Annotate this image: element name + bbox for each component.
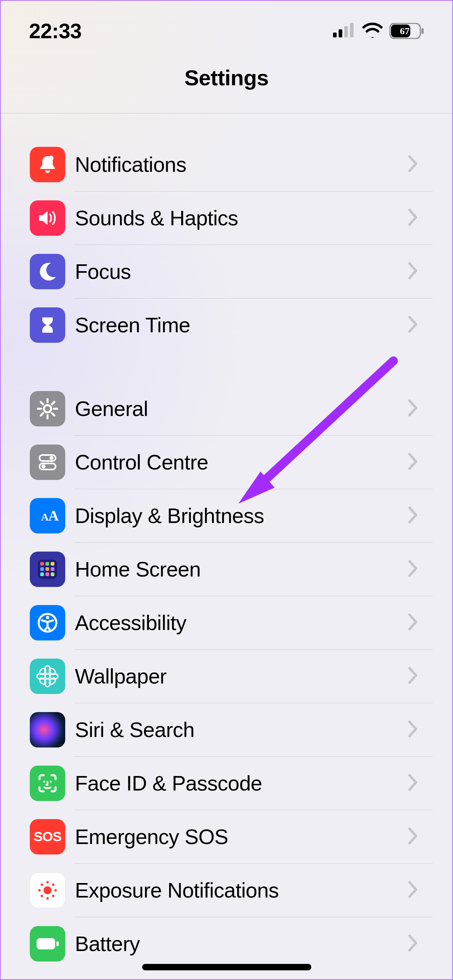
- chevron-right-icon: [408, 667, 418, 686]
- svg-rect-25: [46, 562, 49, 566]
- settings-row-label: Focus: [75, 259, 408, 284]
- svg-rect-31: [46, 572, 49, 576]
- settings-row-exposure[interactable]: Exposure Notifications: [20, 863, 433, 917]
- svg-point-53: [52, 883, 54, 886]
- home-indicator[interactable]: [142, 964, 311, 970]
- settings-row-display[interactable]: AADisplay & Brightness: [20, 489, 433, 542]
- app-grid-icon: [30, 552, 65, 587]
- moon-icon: [30, 254, 65, 289]
- status-time: 22:33: [29, 19, 82, 43]
- chevron-right-icon: [408, 506, 418, 525]
- settings-row-siri[interactable]: Siri & Search: [20, 703, 433, 756]
- svg-rect-6: [422, 28, 424, 34]
- svg-point-7: [49, 156, 54, 161]
- status-bar: 22:33 67: [1, 1, 452, 61]
- gear-icon: [30, 391, 65, 426]
- settings-row-label: Accessibility: [75, 611, 408, 635]
- chevron-right-icon: [408, 613, 418, 632]
- svg-rect-32: [51, 572, 54, 576]
- svg-point-18: [50, 456, 54, 460]
- chevron-right-icon: [408, 827, 418, 846]
- svg-point-52: [52, 895, 54, 897]
- settings-row-label: General: [75, 397, 408, 421]
- svg-rect-28: [46, 567, 49, 571]
- chevron-right-icon: [408, 774, 418, 793]
- chevron-right-icon: [408, 315, 418, 335]
- settings-group: NotificationsSounds & HapticsFocusScreen…: [20, 138, 433, 352]
- settings-row-sounds[interactable]: Sounds & Haptics: [20, 191, 433, 245]
- accessibility-icon: [30, 605, 65, 640]
- svg-point-20: [41, 464, 46, 468]
- settings-row-label: Exposure Notifications: [75, 878, 408, 902]
- settings-row-label: Siri & Search: [75, 718, 408, 742]
- settings-row-homescreen[interactable]: Home Screen: [20, 542, 433, 596]
- battery-level: 67: [400, 26, 410, 36]
- svg-rect-24: [40, 562, 44, 566]
- svg-text:A: A: [41, 511, 49, 523]
- svg-rect-26: [51, 562, 54, 566]
- chevron-right-icon: [408, 934, 418, 953]
- settings-row-battery[interactable]: Battery: [20, 917, 433, 970]
- faceid-icon: [30, 766, 65, 801]
- nav-bar: Settings: [1, 61, 452, 113]
- sos-icon: SOS: [30, 819, 65, 854]
- cellular-signal-icon: [333, 23, 356, 39]
- svg-line-16: [41, 413, 43, 416]
- settings-row-notifications[interactable]: Notifications: [20, 138, 433, 191]
- text-size-icon: AA: [30, 498, 65, 533]
- settings-row-label: Sounds & Haptics: [75, 206, 408, 230]
- settings-row-wallpaper[interactable]: Wallpaper: [20, 649, 433, 703]
- status-indicators: 67: [333, 23, 424, 39]
- chevron-right-icon: [408, 262, 418, 281]
- svg-point-34: [46, 616, 49, 619]
- svg-rect-30: [40, 572, 44, 576]
- svg-point-46: [43, 886, 52, 894]
- hourglass-icon: [30, 307, 65, 343]
- settings-row-label: Notifications: [75, 152, 408, 177]
- svg-rect-55: [37, 938, 55, 949]
- settings-row-general[interactable]: General: [20, 382, 433, 435]
- svg-rect-3: [350, 23, 354, 37]
- svg-point-50: [54, 889, 57, 891]
- bell-icon: [30, 147, 65, 182]
- settings-row-label: Emergency SOS: [75, 825, 408, 849]
- settings-row-screentime[interactable]: Screen Time: [20, 298, 433, 352]
- settings-group: GeneralControl CentreAADisplay & Brightn…: [20, 382, 433, 970]
- settings-row-label: Control Centre: [75, 450, 408, 474]
- page-title: Settings: [184, 61, 269, 90]
- svg-point-8: [44, 405, 51, 412]
- svg-rect-27: [40, 567, 44, 571]
- settings-row-label: Face ID & Passcode: [75, 771, 408, 795]
- settings-row-controlcentre[interactable]: Control Centre: [20, 435, 433, 489]
- svg-line-13: [41, 402, 43, 404]
- chevron-right-icon: [408, 453, 418, 472]
- chevron-right-icon: [408, 399, 418, 418]
- settings-row-label: Screen Time: [75, 313, 408, 337]
- settings-row-label: Display & Brightness: [75, 504, 408, 528]
- svg-rect-56: [56, 941, 59, 946]
- svg-line-14: [52, 413, 54, 416]
- svg-point-49: [38, 889, 41, 891]
- svg-point-48: [46, 897, 49, 900]
- wifi-icon: [362, 23, 383, 39]
- svg-rect-29: [51, 567, 54, 571]
- siri-icon: [30, 712, 65, 747]
- settings-row-accessibility[interactable]: Accessibility: [20, 596, 433, 649]
- svg-point-51: [41, 883, 43, 886]
- svg-line-15: [52, 402, 54, 404]
- speaker-icon: [30, 200, 65, 236]
- settings-row-label: Wallpaper: [75, 664, 408, 688]
- settings-list[interactable]: NotificationsSounds & HapticsFocusScreen…: [1, 113, 452, 970]
- battery-icon: [30, 926, 65, 961]
- settings-row-sos[interactable]: SOSEmergency SOS: [20, 810, 433, 863]
- svg-rect-1: [339, 29, 342, 37]
- settings-row-focus[interactable]: Focus: [20, 245, 433, 298]
- svg-point-35: [45, 674, 50, 679]
- chevron-right-icon: [408, 155, 418, 174]
- svg-text:A: A: [48, 508, 59, 524]
- svg-rect-2: [344, 26, 348, 37]
- settings-row-faceid[interactable]: Face ID & Passcode: [20, 756, 433, 810]
- exposure-icon: [30, 873, 65, 908]
- chevron-right-icon: [408, 208, 418, 228]
- flower-icon: [30, 659, 65, 694]
